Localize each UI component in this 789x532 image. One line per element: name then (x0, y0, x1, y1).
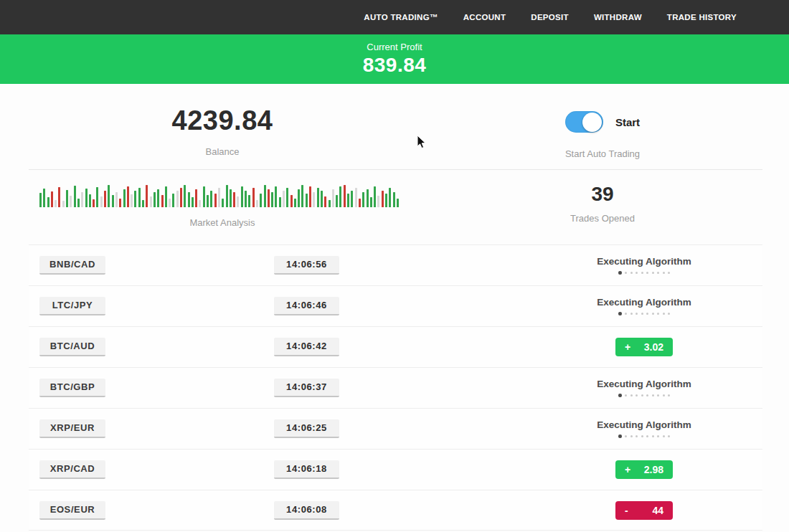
badge-sign: + (625, 464, 630, 475)
pair-tag[interactable]: EOS/EUR (39, 501, 105, 520)
pair-tag[interactable]: BTC/AUD (39, 338, 105, 356)
market-bar (112, 195, 114, 207)
progress-dot (641, 313, 643, 315)
market-bar (377, 196, 379, 207)
market-bar (339, 186, 341, 207)
current-profit-banner: Current Profit 839.84 (0, 34, 789, 84)
progress-dot (636, 394, 638, 396)
table-row: EOS/EUR14:06:08-44 (29, 490, 762, 531)
progress-dot (641, 394, 643, 396)
badge-value: 3.02 (644, 341, 663, 353)
stats-row-1: 4239.84 Balance Start Start Auto Trading (0, 84, 789, 169)
market-analysis-block: Market Analysis (29, 170, 416, 244)
market-bar (264, 185, 266, 207)
market-bar (115, 192, 118, 207)
market-bar (226, 185, 228, 207)
nav-item[interactable]: TRADE HISTORY (667, 13, 737, 22)
profit-badge: +3.02 (615, 338, 673, 356)
pair-tag[interactable]: BNB/CAD (39, 256, 105, 275)
stats-row-2: Market Analysis 39 Trades Opened (0, 170, 789, 244)
table-row: BNB/CAD14:06:56Executing Algorithm (29, 244, 762, 285)
market-bar (55, 200, 57, 207)
status-cell: Executing Algorithm (580, 419, 709, 438)
market-analysis-label: Market Analysis (189, 217, 255, 228)
pair-tag[interactable]: XRP/EUR (39, 419, 105, 438)
status-cell: -44 (580, 501, 709, 520)
profit-badge: +2.98 (615, 460, 673, 479)
top-nav: AUTO TRADING™ACCOUNTDEPOSITWITHDRAWTRADE… (0, 0, 789, 34)
market-bar (283, 191, 285, 207)
progress-dot (618, 434, 622, 438)
market-bar (248, 195, 250, 207)
trades-opened-value: 39 (591, 183, 613, 206)
progress-dot (668, 313, 670, 315)
market-bar (58, 187, 60, 207)
progress-dot (657, 272, 659, 274)
market-bar (150, 196, 152, 207)
market-bar (47, 197, 49, 207)
nav-item[interactable]: WITHDRAW (594, 13, 642, 22)
pair-tag[interactable]: LTC/JPY (39, 297, 105, 315)
market-bar (351, 191, 353, 207)
market-bar (89, 194, 91, 207)
progress-dot (663, 394, 665, 396)
market-bar (192, 197, 194, 207)
market-bar (385, 194, 387, 207)
market-bar (157, 189, 159, 207)
start-auto-trading-label: Start Auto Trading (565, 148, 640, 159)
market-bar (393, 192, 395, 207)
table-row: XRP/CAD14:06:18+2.98 (29, 449, 762, 490)
progress-dot (630, 272, 633, 274)
progress-dot (657, 313, 659, 315)
nav-item[interactable]: ACCOUNT (463, 13, 506, 22)
pair-tag[interactable]: BTC/GBP (39, 379, 105, 397)
market-bar (286, 188, 288, 207)
market-bar (39, 193, 42, 207)
status-cell: Executing Algorithm (580, 379, 709, 397)
progress-dot (630, 394, 633, 396)
current-profit-value: 839.84 (0, 54, 789, 77)
executing-algorithm-label: Executing Algorithm (597, 297, 691, 308)
market-bar (298, 189, 300, 207)
table-row: BTC/GBP14:06:37Executing Algorithm (29, 367, 762, 408)
progress-dot (652, 272, 654, 274)
progress-dots (618, 312, 670, 315)
market-bar (294, 199, 296, 207)
time-tag: 14:06:42 (274, 338, 339, 356)
nav-item[interactable]: AUTO TRADING™ (364, 13, 438, 22)
market-bar (336, 195, 338, 207)
market-bar (344, 185, 346, 207)
market-bar (306, 194, 308, 207)
progress-dot (652, 394, 654, 396)
progress-dot (641, 435, 643, 437)
pair-tag[interactable]: XRP/CAD (39, 460, 105, 479)
executing-algorithm-label: Executing Algorithm (597, 419, 691, 430)
toggle-knob (582, 113, 602, 132)
market-bar (241, 186, 243, 207)
auto-trading-block: Start Start Auto Trading (416, 84, 789, 169)
status-cell: Executing Algorithm (580, 297, 709, 315)
market-bar (252, 188, 255, 207)
market-bar (271, 192, 273, 207)
market-bar (165, 186, 167, 207)
auto-trading-toggle[interactable] (565, 111, 603, 133)
progress-dot (652, 313, 654, 315)
status-cell: +2.98 (580, 460, 709, 479)
market-bar (313, 192, 315, 207)
market-bar (108, 185, 110, 207)
market-bar (397, 199, 399, 207)
progress-dot (625, 313, 627, 315)
market-bar (382, 191, 384, 207)
market-bar (374, 186, 376, 207)
market-bar (218, 188, 220, 207)
progress-dot (630, 313, 633, 315)
executing-algorithm-label: Executing Algorithm (597, 379, 691, 389)
progress-dot (618, 394, 622, 397)
market-bar (85, 189, 88, 207)
progress-dot (646, 435, 648, 437)
nav-item[interactable]: DEPOSIT (531, 13, 569, 22)
market-bar (180, 188, 182, 207)
market-bar (230, 189, 232, 207)
market-bar (134, 191, 136, 207)
market-bar (104, 191, 106, 207)
